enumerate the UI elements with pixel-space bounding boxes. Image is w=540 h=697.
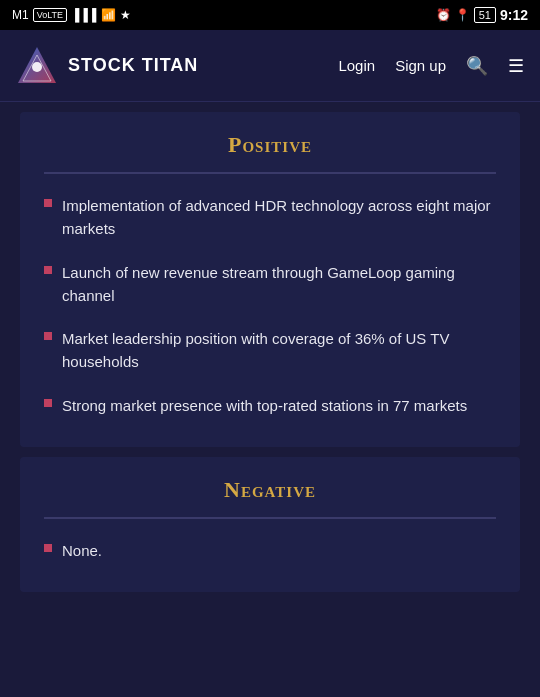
- svg-point-2: [32, 62, 42, 72]
- bullet-icon: [44, 399, 52, 407]
- alarm-icon: ⏰: [436, 8, 451, 22]
- item-text: Market leadership position with coverage…: [62, 327, 496, 374]
- bullet-icon: [44, 544, 52, 552]
- list-item: Launch of new revenue stream through Gam…: [44, 261, 496, 308]
- bullet-icon: [44, 266, 52, 274]
- negative-divider: [44, 517, 496, 519]
- positive-divider: [44, 172, 496, 174]
- item-text: None.: [62, 539, 102, 562]
- logo-text: STOCK TITAN: [68, 55, 198, 76]
- logo-container: STOCK TITAN: [16, 45, 338, 87]
- negative-section: Negative None.: [20, 457, 520, 592]
- bullet-icon: [44, 199, 52, 207]
- time-display: 9:12: [500, 7, 528, 23]
- bullet-icon: [44, 332, 52, 340]
- negative-title: Negative: [44, 477, 496, 503]
- location-icon: 📍: [455, 8, 470, 22]
- search-icon[interactable]: 🔍: [466, 55, 488, 77]
- volte-badge: VoLTE: [33, 8, 67, 22]
- positive-title: Positive: [44, 132, 496, 158]
- list-item: Implementation of advanced HDR technolog…: [44, 194, 496, 241]
- carrier-text: M1: [12, 8, 29, 22]
- list-item: Market leadership position with coverage…: [44, 327, 496, 374]
- logo-icon: [16, 45, 58, 87]
- positive-section: Positive Implementation of advanced HDR …: [20, 112, 520, 447]
- signup-link[interactable]: Sign up: [395, 57, 446, 74]
- item-text: Implementation of advanced HDR technolog…: [62, 194, 496, 241]
- signal-icon: ▐▐▐: [71, 8, 97, 22]
- item-text: Launch of new revenue stream through Gam…: [62, 261, 496, 308]
- nav-links: Login Sign up 🔍 ☰: [338, 55, 524, 77]
- wifi-icon: 📶: [101, 8, 116, 22]
- status-left: M1 VoLTE ▐▐▐ 📶 ★: [12, 8, 131, 22]
- list-item: None.: [44, 539, 496, 562]
- login-link[interactable]: Login: [338, 57, 375, 74]
- main-content: Positive Implementation of advanced HDR …: [0, 102, 540, 697]
- status-bar: M1 VoLTE ▐▐▐ 📶 ★ ⏰ 📍 51 9:12: [0, 0, 540, 30]
- extra-icon: ★: [120, 8, 131, 22]
- negative-list: None.: [44, 539, 496, 562]
- menu-icon[interactable]: ☰: [508, 55, 524, 77]
- list-item: Strong market presence with top-rated st…: [44, 394, 496, 417]
- status-right: ⏰ 📍 51 9:12: [436, 7, 528, 23]
- positive-list: Implementation of advanced HDR technolog…: [44, 194, 496, 417]
- navbar: STOCK TITAN Login Sign up 🔍 ☰: [0, 30, 540, 102]
- battery-icon: 51: [474, 7, 496, 23]
- item-text: Strong market presence with top-rated st…: [62, 394, 467, 417]
